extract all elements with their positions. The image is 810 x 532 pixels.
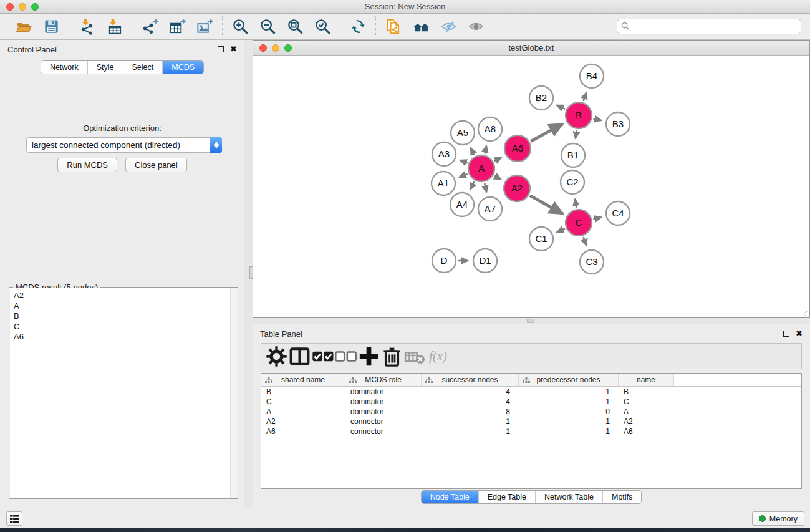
- split-column-button[interactable]: [288, 345, 311, 367]
- search-input[interactable]: [617, 19, 801, 34]
- table-row[interactable]: A6connector11A6: [261, 427, 801, 437]
- close-panel-icon[interactable]: ✖: [230, 46, 237, 52]
- table-row[interactable]: Adominator80A: [261, 407, 801, 417]
- column-header-shared-name[interactable]: shared name: [261, 374, 345, 386]
- mcds-result-item[interactable]: A2: [14, 291, 237, 301]
- graph-edge-A-A4[interactable]: [470, 181, 475, 190]
- mcds-result-list[interactable]: A2ABCA6: [10, 288, 237, 498]
- column-header-successor-nodes[interactable]: successor nodes: [422, 374, 519, 386]
- home-button[interactable]: [412, 17, 430, 36]
- network-zoom-button[interactable]: [284, 44, 292, 52]
- graph-edge-A-A5[interactable]: [471, 148, 475, 155]
- table-row[interactable]: A2connector11A2: [261, 417, 801, 427]
- zoom-window-button[interactable]: [31, 3, 39, 11]
- graph-edge-C-C4[interactable]: [593, 217, 601, 219]
- table-cell[interactable]: A6: [619, 427, 674, 436]
- tab-node-table[interactable]: Node Table: [422, 491, 478, 503]
- network-graph[interactable]: B4B2BB3A5A8A6B1A3AC2A1A2A4A7C4CC1C3DD1: [253, 56, 809, 317]
- table-cell[interactable]: dominator: [345, 397, 422, 406]
- hide-panel-button[interactable]: [439, 17, 458, 36]
- function-builder-button[interactable]: f(x): [427, 345, 450, 367]
- graph-edge-C-C1[interactable]: [557, 229, 565, 233]
- mcds-result-item[interactable]: B: [14, 311, 237, 322]
- export-image-button[interactable]: [195, 17, 214, 36]
- table-cell[interactable]: A2: [619, 417, 674, 426]
- tab-style[interactable]: Style: [87, 61, 123, 74]
- table-row[interactable]: Cdominator41C: [261, 397, 801, 407]
- table-cell[interactable]: C: [261, 397, 345, 406]
- select-all-button[interactable]: [311, 345, 334, 367]
- close-table-panel-icon[interactable]: ✖: [796, 331, 803, 337]
- tab-network[interactable]: Network: [41, 61, 87, 74]
- export-network-button[interactable]: [140, 17, 159, 36]
- graph-edge-A6-B[interactable]: [531, 124, 562, 142]
- graph-edge-A-A1[interactable]: [459, 174, 468, 177]
- node-table[interactable]: shared nameMCDS rolesuccessor nodesprede…: [261, 373, 802, 489]
- table-cell[interactable]: 1: [519, 417, 619, 426]
- table-cell[interactable]: 1: [519, 397, 619, 406]
- deselect-all-button[interactable]: [334, 345, 357, 367]
- tab-select[interactable]: Select: [123, 61, 163, 74]
- import-network-button[interactable]: [77, 17, 96, 36]
- refresh-button[interactable]: [349, 17, 367, 36]
- mcds-result-item[interactable]: C: [14, 322, 237, 332]
- zoom-out-button[interactable]: [258, 17, 277, 36]
- table-cell[interactable]: 4: [422, 387, 519, 396]
- delete-column-button[interactable]: [380, 345, 403, 367]
- table-cell[interactable]: B: [619, 387, 674, 396]
- network-window-titlebar[interactable]: testGlobe.txt: [253, 41, 809, 56]
- zoom-fit-button[interactable]: [286, 17, 304, 36]
- table-cell[interactable]: 4: [422, 397, 519, 406]
- column-header-name[interactable]: name: [619, 374, 674, 386]
- graph-edge-B-B4[interactable]: [584, 92, 587, 102]
- table-cell[interactable]: 1: [519, 387, 619, 396]
- table-cell[interactable]: B: [261, 387, 345, 396]
- tab-network-table[interactable]: Network Table: [535, 491, 602, 503]
- column-header-predecessor-nodes[interactable]: predecessor nodes: [519, 374, 619, 386]
- graph-edge-A-A7[interactable]: [485, 183, 486, 192]
- table-cell[interactable]: A: [619, 407, 674, 416]
- close-window-button[interactable]: [6, 3, 14, 11]
- graph-edge-C-C3[interactable]: [584, 237, 587, 246]
- graph-edge-A-A6[interactable]: [494, 157, 502, 161]
- split-divider-grip[interactable]: [527, 319, 534, 323]
- run-mcds-button[interactable]: Run MCDS: [57, 158, 117, 172]
- mcds-result-item[interactable]: A: [14, 301, 237, 312]
- table-cell[interactable]: 0: [519, 407, 619, 416]
- save-session-button[interactable]: [42, 17, 60, 36]
- show-panel-button[interactable]: [466, 17, 485, 36]
- table-cell[interactable]: A6: [261, 427, 345, 436]
- graph-edge-A-A2[interactable]: [494, 176, 501, 180]
- minimize-window-button[interactable]: [19, 3, 26, 11]
- window-resize-grip[interactable]: [799, 307, 809, 317]
- delete-table-button[interactable]: [403, 345, 427, 367]
- graph-edge-B-B3[interactable]: [593, 118, 601, 120]
- tab-mcds[interactable]: MCDS: [162, 61, 203, 74]
- float-panel-icon[interactable]: [218, 46, 224, 52]
- add-column-button[interactable]: [357, 345, 380, 367]
- table-cell[interactable]: dominator: [345, 407, 422, 416]
- graph-edge-A-A8[interactable]: [485, 145, 486, 153]
- zoom-selected-button[interactable]: [313, 17, 332, 36]
- table-cell[interactable]: A: [261, 407, 345, 416]
- import-table-button[interactable]: [105, 17, 123, 36]
- tab-edge-table[interactable]: Edge Table: [478, 491, 535, 503]
- export-table-button[interactable]: [168, 17, 186, 36]
- table-cell[interactable]: connector: [345, 417, 422, 426]
- table-row[interactable]: Bdominator41B: [261, 387, 801, 397]
- table-cell[interactable]: 1: [422, 417, 519, 426]
- network-minimize-button[interactable]: [272, 44, 279, 52]
- network-canvas[interactable]: B4B2BB3A5A8A6B1A3AC2A1A2A4A7C4CC1C3DD1: [253, 56, 809, 317]
- graph-edge-C-C2[interactable]: [575, 199, 576, 208]
- table-cell[interactable]: 1: [519, 427, 619, 436]
- network-files-button[interactable]: [384, 17, 403, 36]
- table-cell[interactable]: 1: [422, 427, 519, 436]
- table-cell[interactable]: 8: [422, 407, 519, 416]
- open-file-button[interactable]: [14, 17, 33, 36]
- zoom-in-button[interactable]: [231, 17, 249, 36]
- tab-motifs[interactable]: Motifs: [602, 491, 641, 503]
- mcds-list-scrollbar[interactable]: [230, 288, 237, 498]
- table-cell[interactable]: C: [619, 397, 674, 406]
- table-cell[interactable]: connector: [345, 427, 422, 436]
- graph-edge-A2-C[interactable]: [530, 196, 563, 214]
